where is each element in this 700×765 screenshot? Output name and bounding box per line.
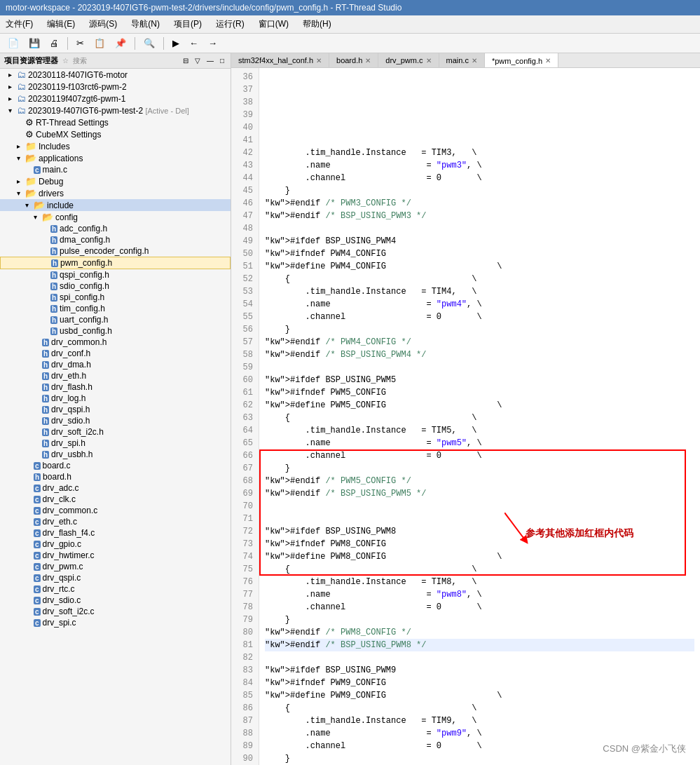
tree-arrow[interactable]: ▾ bbox=[17, 154, 25, 162]
tree-item-drv-flash-f4-c[interactable]: c drv_flash_f4.c bbox=[0, 527, 231, 539]
tree-arrow[interactable]: ▾ bbox=[8, 107, 17, 114]
tree-item-board-c[interactable]: c board.c bbox=[0, 460, 231, 471]
tree-item-includes[interactable]: ▸ 📁 Includes bbox=[0, 140, 231, 152]
tree-item-include[interactable]: ▾ 📂 include bbox=[0, 199, 231, 211]
tree-item-pulse-config[interactable]: h pulse_encoder_config.h bbox=[0, 245, 231, 257]
tab-close-2[interactable]: ✕ bbox=[426, 57, 432, 65]
tree-item-drv-soft-i2c-c[interactable]: c drv_soft_i2c.c bbox=[0, 606, 231, 617]
tree-item-usbd-config[interactable]: h usbd_config.h bbox=[0, 325, 231, 337]
tree-arrow[interactable]: ▸ bbox=[8, 71, 17, 79]
tree-arrow[interactable]: ▸ bbox=[8, 83, 17, 90]
tree-item-cubemx[interactable]: ⚙ CubeMX Settings bbox=[0, 128, 231, 140]
tree-item-drv-sdio-c[interactable]: c drv_sdio.c bbox=[0, 595, 231, 606]
tree-item-drv-common-c[interactable]: c drv_common.c bbox=[0, 505, 231, 516]
tree-arrow[interactable]: ▸ bbox=[8, 95, 17, 102]
tree-item-drv-common-h[interactable]: h drv_common.h bbox=[0, 337, 231, 348]
tree-item-drv-sdio-h[interactable]: h drv_sdio.h bbox=[0, 415, 231, 426]
tree-item-proj1[interactable]: ▸ 🗂 20230118-f407IGT6-motor bbox=[0, 69, 231, 81]
menu-item-S[interactable]: 源码(S) bbox=[86, 17, 120, 32]
tab-1[interactable]: board.h✕ bbox=[329, 53, 378, 67]
tree-container[interactable]: ▸ 🗂 20230118-f407IGT6-motor ▸ 🗂 20230119… bbox=[0, 69, 231, 765]
menu-item-E[interactable]: 编辑(E) bbox=[44, 17, 78, 32]
tree-item-main-c[interactable]: c main.c bbox=[0, 164, 231, 175]
toolbar-cut[interactable]: ✂ bbox=[73, 36, 88, 50]
panel-min-icon[interactable]: — bbox=[205, 56, 216, 65]
tree-item-drv-usbh-h[interactable]: h drv_usbh.h bbox=[0, 449, 231, 460]
left-panel: 项目资源管理器 ☆ 搜索 ⊟ ▽ — □ ▸ 🗂 20230118-f407IG… bbox=[0, 53, 231, 765]
tree-arrow[interactable]: ▾ bbox=[17, 189, 25, 197]
tree-item-proj3[interactable]: ▸ 🗂 20230119f407zgt6-pwm-1 bbox=[0, 93, 231, 104]
toolbar-run[interactable]: ▶ bbox=[169, 36, 183, 50]
tree-item-proj2[interactable]: ▸ 🗂 20230119-f103rct6-pwm-2 bbox=[0, 81, 231, 93]
tree-item-proj4[interactable]: ▾ 🗂 2023019-f407IGT6-pwm-test-2 [Active … bbox=[0, 104, 231, 116]
tree-item-debug[interactable]: ▸ 📁 Debug bbox=[0, 175, 231, 187]
tree-item-drv-adc-c[interactable]: c drv_adc.c bbox=[0, 482, 231, 494]
menu-item-F[interactable]: 文件(F) bbox=[3, 17, 36, 32]
tree-item-drv-log-h[interactable]: h drv_log.h bbox=[0, 393, 231, 404]
tab-3[interactable]: main.c✕ bbox=[439, 53, 485, 67]
tree-item-drv-eth-h[interactable]: h drv_eth.h bbox=[0, 370, 231, 381]
toolbar-forward[interactable]: → bbox=[205, 36, 221, 50]
tree-item-drv-dma-h[interactable]: h drv_dma.h bbox=[0, 359, 231, 370]
toolbar-paste[interactable]: 📌 bbox=[111, 36, 130, 50]
tab-label-0: stm32f4xx_hal_conf.h bbox=[238, 56, 313, 65]
tree-item-board-h[interactable]: h board.h bbox=[0, 471, 231, 482]
tree-item-qspi-config[interactable]: h qspi_config.h bbox=[0, 269, 231, 280]
tree-label: drv_soft_i2c.h bbox=[51, 427, 104, 437]
tree-item-dma-config[interactable]: h dma_config.h bbox=[0, 234, 231, 245]
toolbar-copy[interactable]: 📋 bbox=[90, 36, 109, 50]
tab-close-1[interactable]: ✕ bbox=[365, 57, 371, 65]
tree-item-drv-flash-h[interactable]: h drv_flash.h bbox=[0, 381, 231, 393]
tab-close-4[interactable]: ✕ bbox=[545, 57, 551, 65]
tree-item-drv-conf-h[interactable]: h drv_conf.h bbox=[0, 348, 231, 359]
tree-item-drv-spi-c[interactable]: c drv_spi.c bbox=[0, 617, 231, 628]
toolbar-print[interactable]: 🖨 bbox=[46, 36, 62, 50]
menu-item-H[interactable]: 帮助(H) bbox=[300, 17, 334, 32]
tree-item-applications[interactable]: ▾ 📂 applications bbox=[0, 152, 231, 164]
panel-collapse-icon[interactable]: ⊟ bbox=[181, 56, 191, 65]
tree-item-drivers[interactable]: ▾ 📂 drivers bbox=[0, 187, 231, 199]
tab-4[interactable]: *pwm_config.h✕ bbox=[485, 53, 558, 68]
panel-menu-icon[interactable]: ▽ bbox=[193, 56, 203, 65]
menu-item-W[interactable]: 窗口(W) bbox=[256, 17, 291, 32]
tab-2[interactable]: drv_pwm.c✕ bbox=[378, 53, 439, 67]
toolbar-save[interactable]: 💾 bbox=[25, 36, 43, 50]
tree-item-drv-qspi-c[interactable]: c drv_qspi.c bbox=[0, 572, 231, 583]
tree-item-drv-pwm-c[interactable]: c drv_pwm.c bbox=[0, 561, 231, 572]
toolbar-back[interactable]: ← bbox=[186, 36, 202, 50]
tree-item-drv-qspi-h[interactable]: h drv_qspi.h bbox=[0, 404, 231, 415]
tab-close-3[interactable]: ✕ bbox=[472, 57, 477, 65]
tree-item-drv-soft-i2c-h[interactable]: h drv_soft_i2c.h bbox=[0, 426, 231, 438]
tree-arrow[interactable]: ▸ bbox=[17, 177, 25, 185]
code-content[interactable]: 参考其他添加红框内代码 CSDN @紫金小飞侠 .tim_handle.Inst… bbox=[259, 68, 700, 765]
tree-item-drv-spi-h[interactable]: h drv_spi.h bbox=[0, 438, 231, 449]
tree-item-drv-clk-c[interactable]: c drv_clk.c bbox=[0, 494, 231, 505]
tree-arrow[interactable]: ▾ bbox=[34, 213, 42, 221]
tree-label: drv_gpio.c bbox=[43, 539, 81, 549]
panel-max-icon[interactable]: □ bbox=[218, 56, 226, 65]
tree-item-drv-hwtimer-c[interactable]: c drv_hwtimer.c bbox=[0, 550, 231, 561]
menu-item-P[interactable]: 项目(P) bbox=[171, 17, 205, 32]
code-line-37: .name = "pwm3", \ bbox=[265, 159, 694, 172]
tree-item-adc-config[interactable]: h adc_config.h bbox=[0, 223, 231, 234]
file-h-icon: h bbox=[42, 372, 49, 380]
tree-item-rt-thread[interactable]: ⚙ RT-Thread Settings bbox=[0, 116, 231, 128]
tree-arrow[interactable]: ▸ bbox=[17, 142, 25, 150]
tree-item-pwm-config[interactable]: h pwm_config.h bbox=[0, 257, 231, 269]
tree-item-sdio-config[interactable]: h sdio_config.h bbox=[0, 280, 231, 292]
tab-0[interactable]: stm32f4xx_hal_conf.h✕ bbox=[231, 53, 329, 67]
menu-item-R[interactable]: 运行(R) bbox=[213, 17, 247, 32]
toolbar-new[interactable]: 📄 bbox=[4, 36, 22, 50]
tree-item-drv-rtc-c[interactable]: c drv_rtc.c bbox=[0, 583, 231, 595]
editor[interactable]: 3637383940414243444546474849505152535455… bbox=[231, 68, 700, 765]
tree-item-drv-gpio-c[interactable]: c drv_gpio.c bbox=[0, 539, 231, 550]
tree-item-spi-config[interactable]: h spi_config.h bbox=[0, 292, 231, 303]
menu-item-N[interactable]: 导航(N) bbox=[128, 17, 163, 32]
tree-item-uart-config[interactable]: h uart_config.h bbox=[0, 314, 231, 325]
tree-arrow[interactable]: ▾ bbox=[25, 201, 34, 209]
tab-close-0[interactable]: ✕ bbox=[316, 57, 322, 65]
toolbar-search[interactable]: 🔍 bbox=[140, 36, 158, 50]
tree-item-config[interactable]: ▾ 📂 config bbox=[0, 211, 231, 223]
tree-item-tim-config[interactable]: h tim_config.h bbox=[0, 303, 231, 314]
tree-item-drv-eth-c[interactable]: c drv_eth.c bbox=[0, 516, 231, 527]
